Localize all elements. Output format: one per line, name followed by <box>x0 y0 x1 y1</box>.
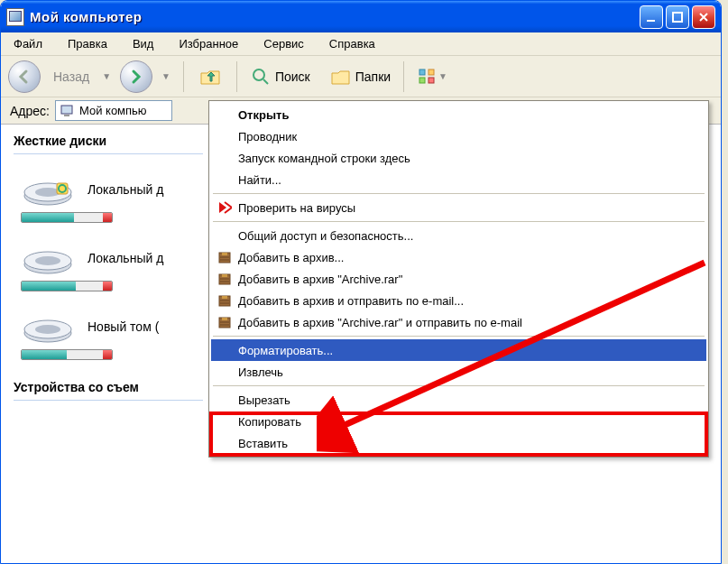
winrar-icon <box>217 249 233 265</box>
kaspersky-icon <box>217 199 233 216</box>
ctx-add-archive-rar-email[interactable]: Добавить в архив "Archive.rar" и отправи… <box>211 311 706 333</box>
address-value: Мой компью <box>79 104 147 117</box>
ctx-find[interactable]: Найти... <box>211 169 706 190</box>
forward-dropdown-icon[interactable]: ▼ <box>161 71 170 81</box>
ctx-sharing[interactable]: Общий доступ и безопасность... <box>211 225 706 246</box>
ctx-cut[interactable]: Вырезать <box>211 389 706 411</box>
menubar: Файл Правка Вид Избранное Сервис Справка <box>1 32 721 56</box>
context-menu: Открыть Проводник Запуск командной строк… <box>208 100 709 458</box>
minimize-button[interactable] <box>640 5 663 29</box>
menu-view[interactable]: Вид <box>129 35 158 52</box>
search-label: Поиск <box>275 69 310 84</box>
svg-point-2 <box>253 69 264 80</box>
section-removable: Устройства со съем <box>14 376 203 401</box>
svg-point-15 <box>35 256 60 265</box>
close-button[interactable] <box>692 5 715 29</box>
svg-rect-20 <box>222 253 227 255</box>
address-label: Адрес: <box>10 104 50 118</box>
menu-favorites[interactable]: Избранное <box>175 35 242 52</box>
toolbar-separator <box>183 61 184 92</box>
winrar-icon <box>217 271 233 287</box>
ctx-add-archive-rar[interactable]: Добавить в архив "Archive.rar" <box>211 268 706 290</box>
hard-drive-icon <box>21 171 75 208</box>
ctx-separator <box>213 193 705 194</box>
drive-usage-bar <box>21 349 113 360</box>
ctx-virus-check[interactable]: Проверить на вирусы <box>211 197 706 218</box>
menu-tools[interactable]: Сервис <box>260 35 308 52</box>
window-buttons <box>640 5 715 29</box>
titlebar[interactable]: Мой компьютер <box>1 1 721 32</box>
ctx-separator <box>213 221 705 222</box>
winrar-icon <box>217 292 233 309</box>
toolbar-separator-3 <box>403 61 404 92</box>
svg-rect-3 <box>419 69 425 75</box>
svg-rect-24 <box>222 296 227 299</box>
ctx-copy[interactable]: Копировать <box>211 411 706 432</box>
search-icon <box>250 66 272 88</box>
views-button[interactable]: ▼ <box>417 66 447 88</box>
winrar-icon <box>217 314 233 330</box>
ctx-format[interactable]: Форматировать... <box>211 339 706 361</box>
ctx-paste[interactable]: Вставить <box>211 432 706 454</box>
folders-icon <box>330 66 352 88</box>
back-dropdown-icon[interactable]: ▼ <box>102 71 111 81</box>
drive-usage-bar <box>21 212 113 223</box>
ctx-add-archive-email[interactable]: Добавить в архив и отправить по e-mail..… <box>211 290 706 311</box>
svg-rect-4 <box>429 69 434 75</box>
hard-drive-icon <box>21 239 75 277</box>
svg-rect-5 <box>419 78 425 83</box>
ctx-cmd-here[interactable]: Запуск командной строки здесь <box>211 147 706 169</box>
search-button[interactable]: Поиск <box>250 66 310 88</box>
my-computer-small-icon <box>60 104 76 118</box>
ctx-eject[interactable]: Извлечь <box>211 361 706 383</box>
toolbar: Назад ▼ ▼ Поиск Папки <box>1 56 721 97</box>
folder-up-button[interactable] <box>197 64 224 89</box>
window: Мой компьютер Файл Правка Вид Избранное … <box>0 0 722 564</box>
section-hard-drives: Жесткие диски <box>14 130 203 154</box>
toolbar-separator-2 <box>236 61 237 92</box>
drive-label: Локальный д <box>88 251 163 265</box>
svg-rect-1 <box>673 13 682 22</box>
ctx-add-archive[interactable]: Добавить в архив... <box>211 246 706 268</box>
back-button[interactable] <box>8 60 41 93</box>
ctx-open[interactable]: Открыть <box>211 104 706 125</box>
svg-rect-8 <box>64 115 69 116</box>
menu-help[interactable]: Справка <box>326 35 379 52</box>
ctx-explorer[interactable]: Проводник <box>211 125 706 147</box>
ctx-separator <box>213 336 705 337</box>
svg-rect-0 <box>647 20 655 22</box>
svg-point-18 <box>35 325 60 334</box>
drive-label: Новый том ( <box>88 319 159 334</box>
address-field[interactable]: Мой компью <box>55 100 172 121</box>
drive-usage-bar <box>21 281 113 291</box>
svg-rect-22 <box>222 274 227 277</box>
drive-label: Локальный д <box>88 182 163 197</box>
hard-drive-icon <box>21 308 75 346</box>
views-dropdown-icon[interactable]: ▼ <box>438 71 447 81</box>
svg-rect-7 <box>61 106 72 114</box>
views-icon <box>417 66 438 88</box>
svg-rect-6 <box>429 78 434 83</box>
maximize-button[interactable] <box>666 5 689 29</box>
my-computer-icon <box>6 8 24 26</box>
back-label: Назад <box>53 69 89 84</box>
folders-button[interactable]: Папки <box>330 66 391 88</box>
folders-label: Папки <box>355 69 391 84</box>
menu-edit[interactable]: Правка <box>64 35 111 52</box>
svg-rect-26 <box>222 318 227 320</box>
forward-button[interactable] <box>120 60 152 93</box>
window-title: Мой компьютер <box>30 9 640 24</box>
menu-file[interactable]: Файл <box>10 35 46 52</box>
ctx-separator <box>213 385 705 386</box>
